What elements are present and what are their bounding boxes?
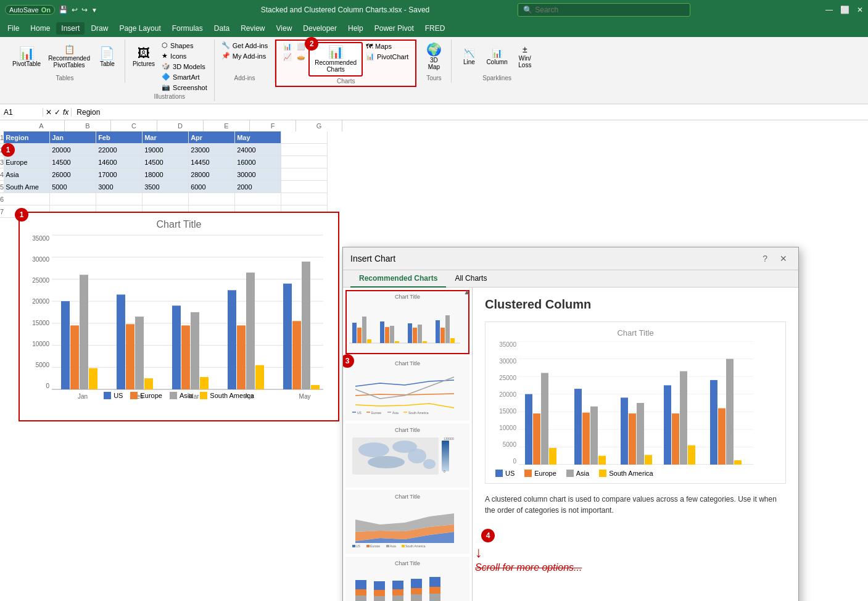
cell-g1[interactable] (281, 131, 328, 144)
table-button[interactable]: 📄 Table (95, 41, 120, 73)
thumb-map-chart[interactable]: Chart Title (345, 423, 469, 487)
tab-recommended-charts[interactable]: Recommended Charts (350, 270, 446, 288)
cell-d3[interactable]: 14500 (143, 156, 189, 168)
cell-d2[interactable]: 19000 (143, 144, 189, 156)
menu-view[interactable]: View (271, 22, 297, 35)
cell-reference[interactable]: A1 (0, 108, 43, 117)
restore-icon[interactable]: ⬜ (840, 6, 849, 14)
cell-g3[interactable] (281, 156, 328, 168)
cell-g2[interactable] (281, 144, 328, 156)
menu-formulas[interactable]: Formulas (167, 22, 208, 35)
menu-page-layout[interactable]: Page Layout (114, 22, 165, 35)
menu-review[interactable]: Review (236, 22, 270, 35)
cell-a6[interactable] (4, 193, 50, 205)
thumb-clustered-column[interactable]: Chart Title (345, 290, 469, 354)
menu-power-pivot[interactable]: Power Pivot (370, 22, 419, 35)
cell-a4[interactable]: Asia (4, 168, 50, 181)
cell-f3[interactable]: 16000 (235, 156, 281, 168)
confirm-formula-icon[interactable]: ✓ (54, 108, 60, 117)
search-bar[interactable]: 🔍 (518, 3, 690, 17)
cell-b3[interactable]: 14500 (50, 156, 96, 168)
cell-b1[interactable]: Jan (50, 131, 96, 144)
cell-c4[interactable]: 17000 (96, 168, 143, 181)
column-sparkline-button[interactable]: 📊 Column (484, 41, 510, 73)
minimize-icon[interactable]: — (825, 6, 833, 14)
dialog-close-button[interactable]: ✕ (776, 252, 791, 265)
thumb-stacked-bar[interactable]: Chart Title (345, 557, 469, 601)
cell-g5[interactable] (281, 181, 328, 193)
cell-b4[interactable]: 26000 (50, 168, 96, 181)
addins-small-group: 🔧 Get Add-ins 📌 My Add-ins (220, 41, 270, 60)
search-input[interactable] (535, 6, 685, 14)
embedded-chart[interactable]: 1 Chart Title 0 5000 10000 15000 20000 2… (19, 212, 339, 421)
menu-help[interactable]: Help (343, 22, 368, 35)
cell-c3[interactable]: 14600 (96, 156, 143, 168)
cell-c1[interactable]: Feb (96, 131, 143, 144)
customize-icon[interactable]: ▼ (91, 7, 97, 14)
undo-icon[interactable]: ↩ (72, 6, 78, 14)
save-icon[interactable]: 💾 (59, 6, 68, 14)
cell-d1[interactable]: Mar (143, 131, 189, 144)
recommended-pivot-button[interactable]: 📋 Recommended PivotTables (46, 41, 93, 73)
menu-fred[interactable]: FRED (420, 22, 450, 35)
cell-a3[interactable]: Europe (4, 156, 50, 168)
thumb-line-chart[interactable]: Chart Title US (345, 357, 469, 421)
cell-e5[interactable]: 6000 (189, 181, 235, 193)
cell-c2[interactable]: 22000 (96, 144, 143, 156)
menu-data[interactable]: Data (209, 22, 234, 35)
cell-d5[interactable]: 3500 (143, 181, 189, 193)
cell-e1[interactable]: Apr (189, 131, 235, 144)
cell-f2[interactable]: 24000 (235, 144, 281, 156)
cell-f1[interactable]: May (235, 131, 281, 144)
cell-a1[interactable]: Region (4, 131, 50, 144)
line-button[interactable]: 📉 Line (457, 41, 481, 73)
my-addins-button[interactable]: 📌 My Add-ins (220, 51, 270, 60)
pictures-button[interactable]: 🖼 Pictures (130, 41, 157, 73)
shapes-button[interactable]: ⬡ Shapes (160, 41, 209, 50)
menu-home[interactable]: Home (25, 22, 55, 35)
menu-file[interactable]: File (2, 22, 24, 35)
get-addins-button[interactable]: 🔧 Get Add-ins (220, 41, 270, 50)
redo-icon[interactable]: ↪ (81, 6, 88, 14)
column-chart-button[interactable]: 📈 (281, 52, 294, 62)
cell-e2[interactable]: 23000 (189, 144, 235, 156)
threed-label: 3D Models (173, 63, 205, 70)
pivot-table-button[interactable]: 📊 PivotTable (10, 41, 43, 73)
maps-button[interactable]: 🗺 Maps (364, 42, 410, 51)
cell-b5[interactable]: 5000 (50, 181, 96, 193)
menu-developer[interactable]: Developer (298, 22, 342, 35)
close-icon[interactable]: ✕ (857, 6, 863, 14)
detail-y-30k: 30000 (495, 358, 516, 365)
cell-b2[interactable]: 20000 (50, 144, 96, 156)
bar-chart-button[interactable]: 📊 (281, 42, 294, 51)
line-label: Line (463, 59, 475, 65)
pie-button[interactable]: 🥧 (295, 52, 307, 62)
menu-insert[interactable]: Insert (56, 22, 85, 35)
cell-e4[interactable]: 28000 (189, 168, 235, 181)
smartart-button[interactable]: 🔷 SmartArt (160, 72, 209, 81)
screenshot-button[interactable]: 📷 Screenshot (160, 83, 209, 92)
win-loss-button[interactable]: ± Win/ Loss (513, 41, 537, 73)
cell-g4[interactable] (281, 168, 328, 181)
cell-f4[interactable]: 30000 (235, 168, 281, 181)
menu-draw[interactable]: Draw (86, 22, 113, 35)
cancel-formula-icon[interactable]: ✕ (46, 108, 52, 117)
detail-dot-sa (599, 470, 606, 477)
cell-d4[interactable]: 18000 (143, 168, 189, 181)
pivot-chart-button[interactable]: 📊 PivotChart (364, 52, 410, 61)
cell-f5[interactable]: 2000 (235, 181, 281, 193)
tab-all-charts[interactable]: All Charts (446, 270, 495, 288)
icons-button[interactable]: ★ Icons (160, 51, 209, 60)
threed-map-button[interactable]: 🌍 3D Map (421, 41, 446, 73)
thumb-area-chart[interactable]: Chart Title US Europe (345, 490, 469, 554)
scroll-up-button[interactable]: ▲ (463, 288, 471, 296)
cell-e3[interactable]: 14450 (189, 156, 235, 168)
threed-models-button[interactable]: 🎲 3D Models (160, 62, 209, 71)
formula-content[interactable]: Region (72, 108, 868, 117)
dialog-help-button[interactable]: ? (759, 252, 771, 265)
cell-a5[interactable]: South Ame (4, 181, 50, 193)
cell-c5[interactable]: 3000 (96, 181, 143, 193)
autosave-badge[interactable]: AutoSave On (5, 5, 55, 15)
svg-point-70 (368, 456, 405, 468)
insert-function-icon[interactable]: fx (63, 108, 68, 117)
